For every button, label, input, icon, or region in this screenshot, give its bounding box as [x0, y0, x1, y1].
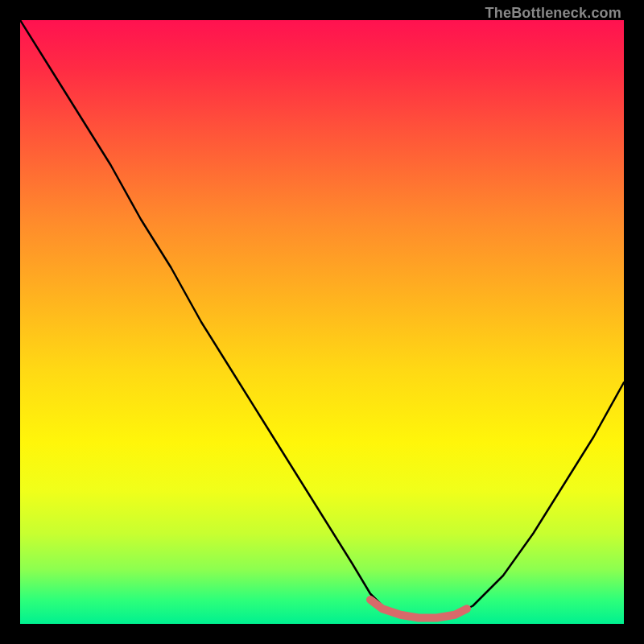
- plot-area: [20, 20, 624, 624]
- curve-layer: [20, 20, 624, 624]
- optimal-range-marker: [370, 600, 467, 618]
- chart-frame: TheBottleneck.com: [0, 0, 644, 644]
- attribution-label: TheBottleneck.com: [485, 5, 621, 22]
- bottleneck-curve: [20, 20, 624, 618]
